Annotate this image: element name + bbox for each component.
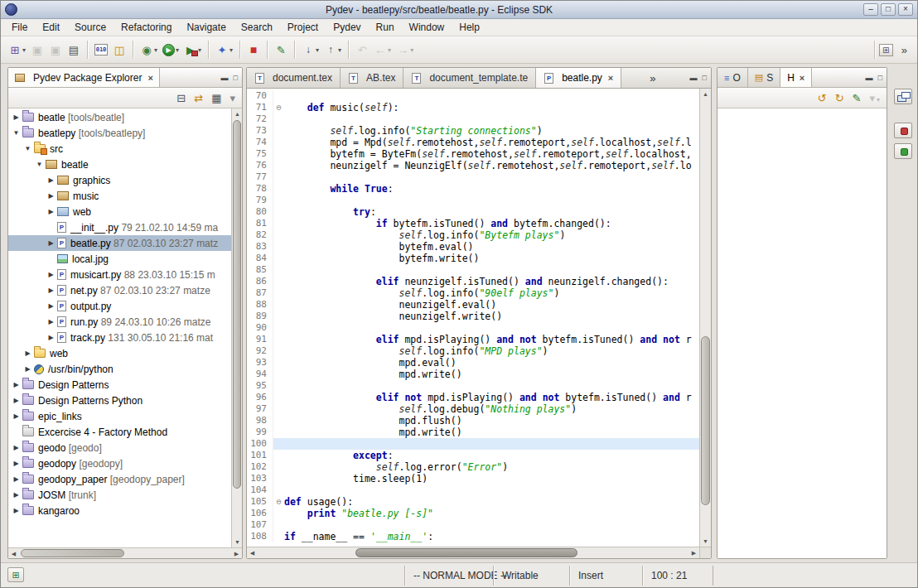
- code-line-99[interactable]: 99 mpd.write(): [247, 427, 699, 438]
- code-line-72[interactable]: 72: [247, 113, 699, 125]
- tree-item[interactable]: Excercise 4 - Factory Method: [8, 424, 231, 440]
- menu-window[interactable]: Window: [402, 20, 452, 35]
- tree-item[interactable]: ▶JOSM [trunk]: [8, 487, 231, 503]
- editor-horizontal-scrollbar[interactable]: ◀ ▶: [247, 547, 699, 558]
- collapsed-arrow-icon[interactable]: ▶: [11, 507, 22, 514]
- code-line-80[interactable]: 80 try:: [247, 206, 699, 218]
- collapsed-arrow-icon[interactable]: ▶: [11, 381, 22, 388]
- code-line-70[interactable]: 70: [247, 90, 699, 102]
- next-annotation-button[interactable]: ↓▾: [299, 41, 321, 58]
- code-line-79[interactable]: 79: [247, 195, 699, 206]
- latex-binary-button[interactable]: 010: [92, 42, 110, 57]
- dropdown-arrow-icon[interactable]: ▾: [410, 46, 413, 54]
- tree-item[interactable]: ▶geodo [geodo]: [8, 440, 231, 455]
- collapsed-arrow-icon[interactable]: ▶: [46, 334, 56, 341]
- tree-item[interactable]: ▶geodopy_paper [geodopy_paper]: [8, 471, 231, 487]
- tree-item[interactable]: local.jpg: [8, 251, 231, 267]
- maximize-editor-icon[interactable]: □: [703, 74, 707, 82]
- fold-collapse-icon[interactable]: ⊖: [273, 102, 284, 113]
- collapsed-arrow-icon[interactable]: ▶: [46, 208, 56, 215]
- editor-tab-ab-tex[interactable]: TAB.tex: [341, 68, 403, 88]
- code-editor[interactable]: 7071⊖ def music(self):7273 self.log.info…: [247, 90, 699, 547]
- save-all-button[interactable]: ▣: [46, 41, 65, 58]
- code-line-83[interactable]: 83 bytefm.eval(): [247, 241, 699, 253]
- debug-button[interactable]: ◉▾: [138, 41, 160, 58]
- tree-horizontal-scrollbar[interactable]: ◀ ▶: [8, 547, 242, 558]
- restore-views-icon[interactable]: [894, 89, 912, 104]
- code-line-101[interactable]: 101 except:: [247, 450, 699, 461]
- expanded-arrow-icon[interactable]: ▼: [11, 129, 22, 137]
- prev-annotation-button[interactable]: ↑▾: [321, 41, 344, 58]
- dropdown-arrow-icon[interactable]: ▾: [316, 46, 319, 54]
- editor-tab-beatle-py[interactable]: Pbeatle.py×: [536, 68, 621, 88]
- code-line-75[interactable]: 75 bytefm = ByteFm(self.remotehost,self.…: [247, 148, 699, 160]
- tree-item[interactable]: ▶graphics: [8, 172, 231, 188]
- package-explorer-tab[interactable]: Pydev Package Explorer ×: [8, 68, 160, 87]
- scrollbar-thumb[interactable]: [701, 336, 710, 506]
- last-edit-button[interactable]: ↶: [353, 41, 371, 58]
- code-line-107[interactable]: 107: [247, 519, 699, 531]
- collapsed-arrow-icon[interactable]: ▶: [46, 176, 56, 184]
- menu-edit[interactable]: Edit: [35, 20, 67, 35]
- pydev-edit-button[interactable]: ✎: [272, 41, 290, 58]
- collapsed-arrow-icon[interactable]: ▶: [11, 412, 22, 420]
- code-line-73[interactable]: 73 self.log.info("Starting connections"): [247, 125, 699, 137]
- maximize-view-icon[interactable]: □: [878, 74, 882, 82]
- tree-item[interactable]: ▶geodopy [geodopy]: [8, 455, 231, 471]
- dropdown-arrow-icon[interactable]: ▾: [338, 46, 341, 54]
- code-line-97[interactable]: 97 self.log.debug("Nothing plays"): [247, 403, 699, 415]
- code-line-102[interactable]: 102 self.log.error("Error"): [247, 461, 699, 473]
- collapsed-arrow-icon[interactable]: ▶: [46, 192, 56, 200]
- tree-item[interactable]: ▶web: [8, 345, 231, 361]
- menu-navigate[interactable]: Navigate: [179, 20, 233, 35]
- open-perspective-icon[interactable]: ⊞: [879, 44, 893, 56]
- code-line-87[interactable]: 87 self.log.info("90elf plays"): [247, 287, 699, 299]
- code-line-82[interactable]: 82 self.log.info("Bytefm plays"): [247, 229, 699, 241]
- code-line-76[interactable]: 76 neunzigelf = NeunzigElf(self.remoteho…: [247, 160, 699, 171]
- fast-view-icon[interactable]: ⊞: [7, 567, 24, 582]
- fold-collapse-icon[interactable]: ⊖: [273, 496, 284, 508]
- open-type-button[interactable]: ◫: [110, 41, 128, 58]
- menu-run[interactable]: Run: [369, 20, 402, 35]
- scrollbar-thumb[interactable]: [355, 548, 577, 557]
- tree-item[interactable]: ▶web: [8, 204, 231, 219]
- tree-item[interactable]: ▶beatle [tools/beatle]: [8, 109, 231, 125]
- view-menu-icon[interactable]: ▾: [230, 92, 235, 104]
- filters-icon[interactable]: ▦: [211, 92, 221, 104]
- minimize-button[interactable]: –: [863, 3, 878, 16]
- minimized-view-red-icon[interactable]: [894, 123, 912, 138]
- code-line-96[interactable]: 96 elif not mpd.isPlaying() and not byte…: [247, 392, 699, 403]
- tree-item[interactable]: ▼beatle: [8, 157, 231, 172]
- view-tab-outline[interactable]: ≡O: [717, 68, 748, 87]
- collapsed-arrow-icon[interactable]: ▶: [11, 460, 22, 467]
- dropdown-arrow-icon[interactable]: ▾: [22, 46, 26, 54]
- collapsed-arrow-icon[interactable]: ▶: [46, 318, 56, 325]
- editor-tab-overflow-chevron[interactable]: »: [650, 72, 655, 84]
- minimized-view-green-icon[interactable]: [894, 143, 912, 159]
- code-line-100[interactable]: 100: [247, 438, 699, 450]
- editor-vertical-scrollbar[interactable]: ▲ ▼: [699, 89, 711, 547]
- code-line-104[interactable]: 104: [247, 484, 699, 496]
- dropdown-arrow-icon[interactable]: ▾: [176, 46, 179, 54]
- run-button[interactable]: ▶▾: [160, 42, 181, 58]
- dropdown-arrow-icon[interactable]: ▾: [198, 46, 201, 54]
- tree-item[interactable]: ▶Poutput.py: [8, 298, 231, 314]
- maximize-button[interactable]: □: [881, 3, 896, 16]
- menu-project[interactable]: Project: [280, 20, 326, 35]
- tree-vertical-scrollbar[interactable]: ▲ ▼: [231, 108, 242, 547]
- search-wand-button[interactable]: ✦▾: [213, 41, 235, 58]
- perspective-overflow-chevron[interactable]: »: [901, 44, 907, 56]
- collapsed-arrow-icon[interactable]: ▶: [46, 287, 56, 294]
- code-line-92[interactable]: 92 self.log.info("MPD plays"): [247, 345, 699, 357]
- menu-file[interactable]: File: [4, 20, 35, 35]
- close-button[interactable]: ×: [898, 3, 913, 16]
- code-line-81[interactable]: 81 if bytefm.isTuned() and bytefm.change…: [247, 218, 699, 229]
- code-line-106[interactable]: 106 print "beatle.py [-s]": [247, 508, 699, 519]
- code-line-90[interactable]: 90: [247, 322, 699, 334]
- edit-mode-icon[interactable]: ✎: [853, 92, 862, 104]
- tree-item[interactable]: ▼src: [8, 141, 231, 157]
- code-line-108[interactable]: 108if __name__ == '__main__':: [247, 531, 699, 542]
- minimize-view-icon[interactable]: ▬: [221, 74, 229, 82]
- scrollbar-thumb[interactable]: [21, 549, 124, 557]
- tree-item[interactable]: ▶Prun.py 89 24.03.10 10:26 matze: [8, 314, 231, 330]
